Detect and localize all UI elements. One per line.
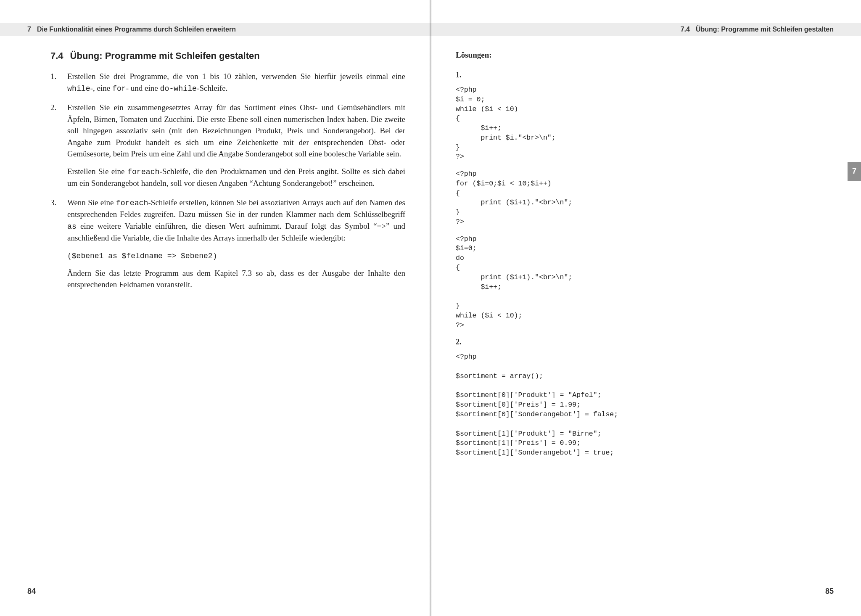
solutions-section: Lösungen: 1.<?php $i = 0; while ($i < 10… — [456, 50, 834, 458]
exercise-paragraph: ($ebene1 as $feldname => $ebene2) — [67, 250, 405, 262]
page-left: 7 Die Funktionalität eines Programms dur… — [0, 0, 430, 616]
page-number-right: 85 — [825, 587, 834, 596]
exercise-item: Wenn Sie eine foreach-Schleife erstellen… — [50, 197, 405, 291]
exercise-paragraph: Erstellen Sie ein zusammengesetztes Arra… — [67, 102, 405, 160]
exercise-paragraph: Erstellen Sie eine foreach-Schleife, die… — [67, 166, 405, 189]
solutions-body: 1.<?php $i = 0; while ($i < 10) { $i++; … — [456, 71, 834, 458]
exercise-item: Erstellen Sie drei Programme, die von 1 … — [50, 71, 405, 94]
page-number-left: 84 — [27, 587, 36, 596]
running-header-right: 7.4 Übung: Programme mit Schleifen gesta… — [430, 23, 861, 36]
chapter-tab: 7 — [848, 162, 861, 181]
exercise-paragraph: Erstellen Sie drei Programme, die von 1 … — [67, 71, 405, 94]
book-spread: 7 Die Funktionalität eines Programms dur… — [0, 0, 861, 616]
section-number: 7.4 — [50, 50, 63, 61]
solution-number: 2. — [456, 338, 834, 346]
runhead-text: Übung: Programme mit Schleifen gestalten — [696, 26, 834, 33]
section-heading: 7.4Übung: Programme mit Schleifen gestal… — [50, 50, 405, 61]
runhead-num: 7.4 — [681, 26, 690, 33]
running-header-left: 7 Die Funktionalität eines Programms dur… — [0, 23, 430, 36]
page-right: 7.4 Übung: Programme mit Schleifen gesta… — [430, 0, 861, 616]
code-block: <?php $sortiment = array(); $sortiment[0… — [456, 352, 834, 457]
exercise-item: Erstellen Sie ein zusammengesetztes Arra… — [50, 102, 405, 189]
exercise-paragraph: Ändern Sie das letzte Programm aus dem K… — [67, 267, 405, 291]
code-block: <?php $i=0; do { print ($i+1)."<br>\n"; … — [456, 235, 834, 330]
code-block: <?php for ($i=0;$i < 10;$i++) { print ($… — [456, 169, 834, 227]
exercise-list: Erstellen Sie drei Programme, die von 1 … — [50, 71, 405, 291]
section-title-text: Übung: Programme mit Schleifen gestalten — [70, 50, 260, 61]
page-gutter — [429, 0, 432, 616]
code-block: <?php $i = 0; while ($i < 10) { $i++; pr… — [456, 85, 834, 162]
runhead-num: 7 — [27, 26, 31, 33]
solution-number: 1. — [456, 71, 834, 79]
runhead-text: Die Funktionalität eines Programms durch… — [37, 26, 236, 33]
exercise-paragraph: Wenn Sie eine foreach-Schleife erstellen… — [67, 197, 405, 244]
solutions-heading: Lösungen: — [456, 50, 834, 60]
